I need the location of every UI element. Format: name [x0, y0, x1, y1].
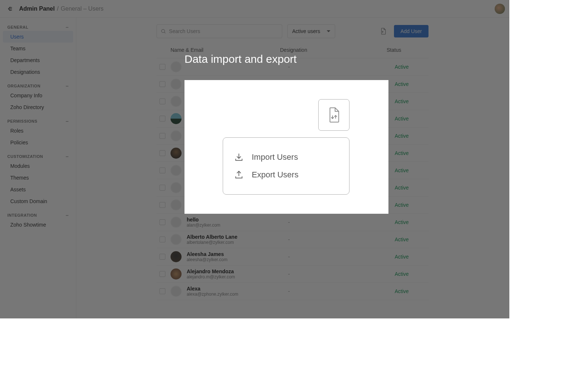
modal-title: Data import and export	[184, 53, 297, 65]
export-users-label: Export Users	[252, 170, 298, 180]
import-users-button[interactable]: Import Users	[234, 152, 338, 162]
upload-icon	[234, 170, 244, 180]
import-export-modal: Import Users Export Users	[184, 80, 388, 214]
download-icon	[234, 152, 244, 162]
export-users-button[interactable]: Export Users	[234, 170, 338, 180]
file-download-icon	[328, 107, 340, 123]
file-preview-tile	[318, 99, 349, 131]
import-export-menu: Import Users Export Users	[223, 137, 349, 195]
import-users-label: Import Users	[252, 152, 298, 162]
